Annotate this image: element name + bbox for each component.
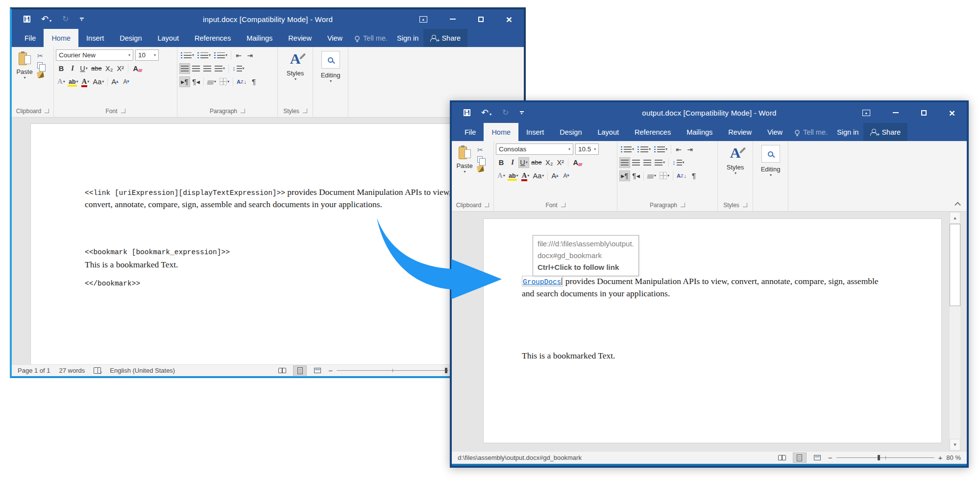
- shrink-font-button[interactable]: A▼: [561, 170, 572, 181]
- tab-mailings[interactable]: Mailings: [239, 29, 280, 47]
- shrink-font-button[interactable]: A▼: [121, 76, 132, 87]
- print-layout-button[interactable]: [793, 453, 807, 463]
- font-dialog-launcher[interactable]: [561, 203, 565, 207]
- sort-button[interactable]: AZ↓: [675, 170, 688, 181]
- print-layout-button[interactable]: [293, 365, 307, 376]
- multilevel-list-button[interactable]: ▾: [653, 144, 669, 155]
- font-color-button[interactable]: A▾: [80, 76, 91, 87]
- text-effects-button[interactable]: A▾: [496, 170, 507, 181]
- title-bar[interactable]: ↶▾ ↻ ▾ output.docx [Compatibility Mode] …: [452, 102, 967, 123]
- zoom-slider[interactable]: [337, 370, 448, 371]
- superscript-button[interactable]: X²: [555, 157, 566, 168]
- customize-qat-icon[interactable]: ▾: [520, 111, 524, 115]
- paste-dropdown-icon[interactable]: ▾: [464, 169, 466, 174]
- scroll-down-icon[interactable]: ▼: [950, 439, 960, 451]
- ribbon-display-options-icon[interactable]: ▴: [862, 110, 870, 116]
- subscript-button[interactable]: X₂: [104, 63, 115, 74]
- groupdocs-hyperlink[interactable]: GroupDocs: [523, 278, 561, 286]
- change-case-button[interactable]: Aa▾: [532, 170, 546, 181]
- hyperlink-field[interactable]: GroupDocs: [522, 276, 563, 287]
- align-center-button[interactable]: [631, 157, 641, 168]
- subscript-button[interactable]: X₂: [544, 157, 555, 168]
- undo-dropdown-icon[interactable]: ▾: [49, 19, 51, 23]
- ltr-direction-button[interactable]: ▸¶: [179, 76, 190, 87]
- vertical-scrollbar[interactable]: ▲ ▼: [949, 212, 961, 451]
- increase-indent-button[interactable]: ⇥: [685, 144, 695, 155]
- tab-file[interactable]: File: [17, 29, 44, 47]
- grow-font-button[interactable]: A▲: [550, 170, 561, 181]
- paste-button[interactable]: Paste ▾: [14, 48, 35, 105]
- borders-button[interactable]: ▾: [218, 76, 231, 87]
- title-bar[interactable]: ↶▾ ↻ ▾ input.docx [Compatibility Mode] -…: [12, 9, 524, 29]
- document-page[interactable]: file:///d:\files\assembly\output. docx#g…: [483, 218, 942, 443]
- strikethrough-button[interactable]: abe: [90, 63, 103, 74]
- align-left-button[interactable]: [179, 63, 190, 74]
- collapse-ribbon-icon[interactable]: [955, 202, 961, 208]
- styles-dialog-launcher[interactable]: [303, 109, 307, 113]
- rtl-direction-button[interactable]: ¶◂: [191, 76, 201, 87]
- change-case-button[interactable]: Aa▾: [92, 76, 106, 87]
- maximize-icon[interactable]: [921, 110, 927, 116]
- numbering-button[interactable]: ▾: [196, 50, 212, 61]
- zoom-percentage[interactable]: 80 %: [946, 454, 961, 461]
- increase-indent-button[interactable]: ⇥: [245, 50, 255, 61]
- share-button[interactable]: +Share: [863, 123, 907, 141]
- font-size-combo[interactable]: 10▾: [135, 49, 159, 61]
- line-spacing-button[interactable]: ↕▾: [671, 157, 686, 168]
- ribbon-display-options-icon[interactable]: ▴: [419, 16, 427, 23]
- zoom-slider-thumb[interactable]: [878, 455, 880, 460]
- customize-qat-icon[interactable]: ▾: [80, 18, 84, 21]
- styles-dropdown-icon[interactable]: ▾: [735, 171, 736, 175]
- editing-dropdown-icon[interactable]: ▾: [770, 173, 772, 177]
- underline-button[interactable]: U▾: [78, 63, 89, 74]
- highlight-button[interactable]: ab▾: [67, 76, 80, 87]
- sign-in-button[interactable]: Sign in: [832, 123, 863, 141]
- proofing-check-icon[interactable]: [94, 367, 101, 374]
- tab-design[interactable]: Design: [552, 123, 589, 141]
- tell-me-box[interactable]: Tell me.: [790, 123, 832, 141]
- tab-insert[interactable]: Insert: [518, 123, 552, 141]
- sort-button[interactable]: AZ↓: [235, 76, 248, 87]
- paragraph-dialog-launcher[interactable]: [681, 203, 685, 207]
- tab-layout[interactable]: Layout: [589, 123, 627, 141]
- show-formatting-marks-button[interactable]: ¶: [248, 76, 259, 87]
- editing-button[interactable]: Editing ▾: [315, 48, 346, 83]
- strikethrough-button[interactable]: abe: [530, 157, 543, 168]
- tab-home[interactable]: Home: [44, 29, 78, 47]
- align-center-button[interactable]: [191, 63, 201, 74]
- tab-home[interactable]: Home: [484, 123, 518, 141]
- superscript-button[interactable]: X²: [115, 63, 126, 74]
- zoom-out-button[interactable]: −: [828, 454, 833, 462]
- shading-button[interactable]: ▾: [646, 170, 658, 181]
- numbering-button[interactable]: ▾: [636, 144, 652, 155]
- save-icon[interactable]: [24, 16, 30, 23]
- tab-references[interactable]: References: [627, 123, 679, 141]
- language-indicator[interactable]: English (United States): [110, 367, 175, 374]
- minimize-icon[interactable]: [893, 112, 899, 113]
- decrease-indent-button[interactable]: ⇤: [233, 50, 244, 61]
- rtl-direction-button[interactable]: ¶◂: [631, 170, 641, 181]
- font-color-button[interactable]: A▾: [520, 170, 531, 181]
- clipboard-dialog-launcher[interactable]: [45, 109, 49, 113]
- undo-dropdown-icon[interactable]: ▾: [490, 112, 491, 117]
- page-indicator[interactable]: Page 1 of 1: [18, 367, 50, 374]
- align-right-button[interactable]: [202, 63, 213, 74]
- cut-icon[interactable]: ✂: [477, 146, 484, 153]
- tab-view[interactable]: View: [760, 123, 790, 141]
- show-formatting-marks-button[interactable]: ¶: [688, 170, 699, 181]
- underline-button[interactable]: U▾: [518, 157, 529, 168]
- undo-button[interactable]: ↶▾: [41, 15, 51, 24]
- copy-icon[interactable]: [477, 156, 483, 163]
- tab-file[interactable]: File: [457, 123, 484, 141]
- decrease-indent-button[interactable]: ⇤: [673, 144, 684, 155]
- zoom-in-button[interactable]: +: [938, 454, 943, 462]
- align-right-button[interactable]: [642, 157, 653, 168]
- styles-dialog-launcher[interactable]: [743, 203, 747, 207]
- font-size-combo[interactable]: 10.5▾: [575, 143, 599, 155]
- italic-button[interactable]: I: [507, 157, 518, 168]
- styles-button[interactable]: A Styles ▾: [720, 143, 751, 175]
- editing-button[interactable]: Editing ▾: [755, 143, 786, 177]
- cut-icon[interactable]: ✂: [37, 52, 44, 59]
- tab-references[interactable]: References: [187, 29, 239, 47]
- scrollbar-thumb[interactable]: [950, 224, 960, 306]
